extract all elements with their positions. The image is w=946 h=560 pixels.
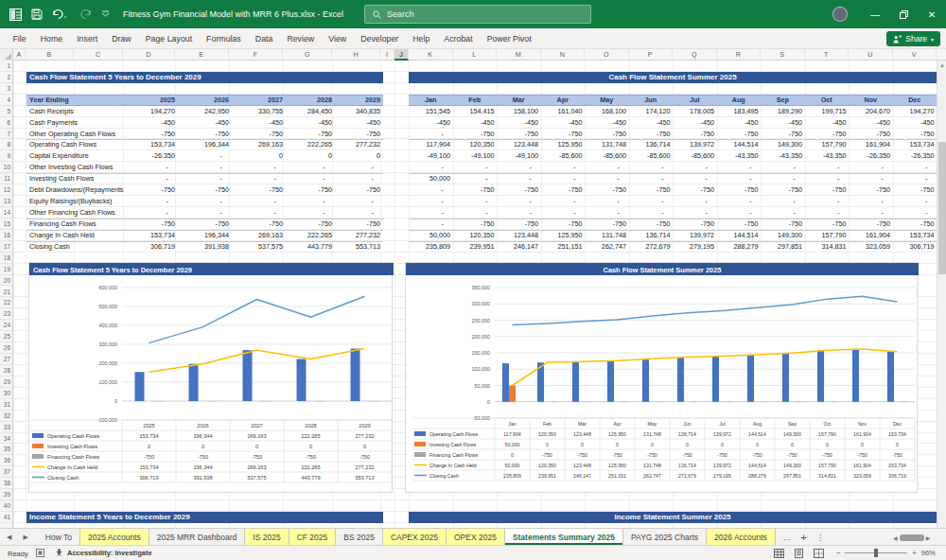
column-header-D[interactable]: D (123, 49, 175, 61)
cell[interactable]: 196,344 (182, 230, 229, 241)
row-header-40[interactable]: 40 (0, 500, 12, 512)
cell[interactable]: - (587, 173, 626, 184)
cell[interactable]: -750 (543, 129, 583, 140)
cell[interactable]: - (411, 207, 450, 219)
cell[interactable]: - (333, 162, 380, 173)
cell[interactable]: 277,232 (333, 139, 380, 150)
next-sheet-icon[interactable]: ▶ (23, 534, 27, 541)
row-header-36[interactable]: 36 (0, 455, 12, 466)
row-header-23[interactable]: 23 (0, 308, 12, 320)
column-header-T[interactable]: T (805, 49, 850, 61)
row-label[interactable]: Operating Cash Flows (29, 139, 124, 150)
cell[interactable]: -750 (674, 219, 714, 230)
column-header-I[interactable]: I (380, 49, 394, 61)
cell[interactable]: - (182, 173, 229, 184)
cell[interactable]: -26,350 (850, 150, 890, 162)
cell[interactable]: 284,450 (285, 106, 332, 117)
cell[interactable]: - (411, 219, 450, 230)
cell[interactable]: - (182, 162, 229, 173)
cell[interactable]: -450 (182, 117, 229, 129)
cell[interactable]: - (455, 196, 495, 207)
zoom-slider[interactable] (845, 548, 907, 557)
cell[interactable]: 131,748 (587, 139, 626, 150)
cell[interactable]: - (631, 162, 671, 173)
cell[interactable]: -49,100 (499, 150, 538, 162)
row-label[interactable]: Change In Cash Held (29, 230, 124, 241)
cell[interactable]: 297,851 (762, 241, 802, 253)
row-header-19[interactable]: 19 (0, 264, 12, 275)
column-header-M[interactable]: M (497, 49, 541, 61)
row-header-30[interactable]: 30 (0, 388, 12, 399)
row-header-33[interactable]: 33 (0, 422, 12, 433)
cell[interactable]: -450 (850, 117, 890, 129)
cell[interactable]: - (285, 196, 332, 207)
cell[interactable]: 168,100 (587, 106, 626, 117)
cell[interactable]: - (128, 162, 175, 173)
cell[interactable]: -750 (128, 184, 175, 196)
macro-record-icon[interactable] (36, 549, 44, 559)
ribbon-tab-help[interactable]: Help (406, 28, 437, 49)
cell[interactable]: -750 (499, 184, 538, 196)
cell[interactable]: 157,790 (807, 230, 847, 241)
cell[interactable]: - (807, 196, 847, 207)
cell[interactable]: - (762, 173, 802, 184)
row-header-38[interactable]: 38 (0, 478, 12, 489)
cell[interactable]: -750 (807, 129, 847, 140)
customize-qat-icon[interactable] (101, 10, 110, 19)
cell[interactable]: -750 (587, 219, 626, 230)
sheet-tab-payg-2025-charts[interactable]: PAYG 2025 Charts (623, 529, 707, 545)
cell[interactable]: 153,734 (128, 139, 175, 150)
row-header-26[interactable]: 26 (0, 342, 12, 354)
ribbon-tab-home[interactable]: Home (33, 28, 69, 49)
cell[interactable]: -750 (807, 219, 847, 230)
cell[interactable]: 277,232 (333, 230, 380, 241)
cell[interactable]: 149,300 (762, 230, 802, 241)
cell[interactable]: 262,747 (587, 241, 626, 253)
scroll-up-icon[interactable]: ▲ (937, 61, 946, 70)
cell[interactable]: 154,415 (455, 106, 495, 117)
row-header-34[interactable]: 34 (0, 433, 12, 445)
cell[interactable]: - (236, 196, 283, 207)
row-header-37[interactable]: 37 (0, 466, 12, 478)
more-sheets-button[interactable]: … (783, 533, 792, 542)
horizontal-scroll-thumb[interactable] (900, 534, 924, 541)
minimize-button[interactable]: — (861, 0, 889, 28)
cell[interactable]: -43,350 (719, 150, 759, 162)
cell[interactable]: 199,715 (807, 106, 847, 117)
cell[interactable]: - (182, 150, 229, 162)
cell[interactable]: 120,350 (455, 230, 495, 241)
cell[interactable]: -49,100 (411, 150, 450, 162)
cell[interactable]: - (236, 173, 283, 184)
cell[interactable]: - (674, 196, 714, 207)
cell[interactable]: 323,059 (850, 241, 890, 253)
cell[interactable]: - (236, 162, 283, 173)
cell[interactable]: - (543, 207, 583, 219)
row-header-24[interactable]: 24 (0, 320, 12, 331)
cell[interactable]: -750 (285, 184, 332, 196)
cell[interactable]: -450 (587, 117, 626, 129)
cell[interactable]: 123,448 (499, 139, 538, 150)
vertical-scroll-thumb[interactable] (938, 142, 946, 274)
cell[interactable]: - (719, 207, 759, 219)
cell[interactable]: - (128, 207, 175, 219)
row-header-41[interactable]: 41 (0, 512, 12, 523)
row-header-28[interactable]: 28 (0, 365, 12, 376)
cell[interactable]: -450 (631, 117, 671, 129)
row-header-8[interactable]: 8 (0, 139, 12, 150)
cell[interactable]: -750 (236, 184, 283, 196)
cell[interactable]: -750 (128, 129, 175, 140)
column-header-S[interactable]: S (761, 49, 805, 61)
row-header-21[interactable]: 21 (0, 287, 12, 298)
cell[interactable]: 194,270 (895, 106, 935, 117)
cell[interactable]: - (674, 173, 714, 184)
row-header-3[interactable]: 3 (0, 83, 12, 95)
cell[interactable]: -750 (236, 129, 283, 140)
cell[interactable]: 50,000 (411, 173, 450, 184)
column-header-E[interactable]: E (175, 49, 229, 61)
cell[interactable]: 136,714 (631, 230, 671, 241)
row-header-27[interactable]: 27 (0, 354, 12, 365)
cell[interactable]: 139,972 (674, 139, 714, 150)
row-header-4[interactable]: 4 (0, 95, 12, 106)
cell[interactable]: 269,163 (236, 139, 283, 150)
cell[interactable]: -450 (499, 117, 538, 129)
